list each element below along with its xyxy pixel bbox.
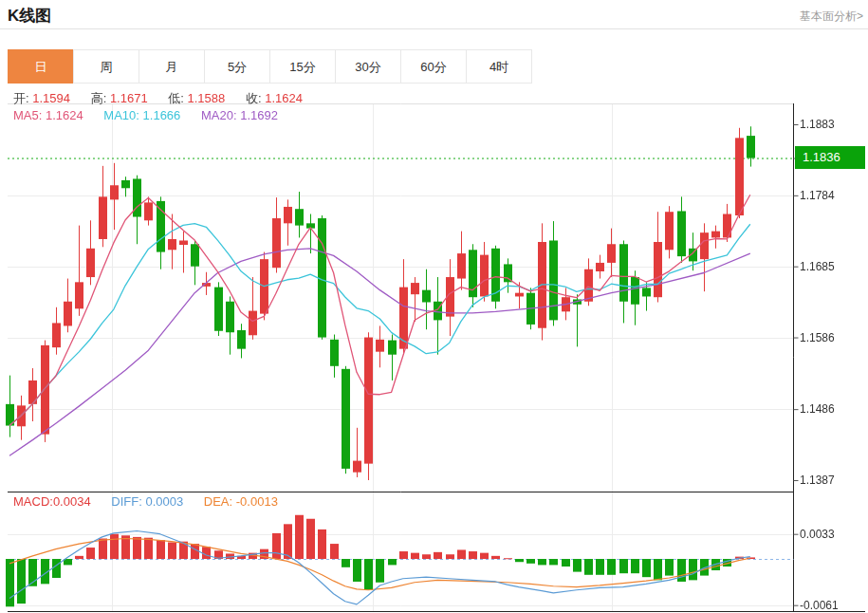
tab-month[interactable]: 月 bbox=[139, 49, 205, 84]
page-header: K线图 基本面分析> bbox=[0, 0, 868, 29]
dea-value: DEA: -0.0013 bbox=[204, 494, 278, 509]
high-value: 高: 1.1671 bbox=[91, 91, 148, 105]
ma-legend: MA5: 1.1624 MA10: 1.1666 MA20: 1.1692 bbox=[13, 108, 295, 122]
ma10-value: MA10: 1.1666 bbox=[103, 108, 180, 122]
tab-30min[interactable]: 30分 bbox=[335, 49, 401, 84]
tab-5min[interactable]: 5分 bbox=[204, 49, 270, 84]
macd-legend: MACD:0.0034 DIFF: 0.0003 DEA: -0.0013 bbox=[13, 494, 295, 509]
macd-value: MACD:0.0034 bbox=[13, 494, 91, 509]
tab-week[interactable]: 周 bbox=[73, 49, 139, 84]
ma5-value: MA5: 1.1624 bbox=[13, 108, 83, 122]
tab-60min[interactable]: 60分 bbox=[400, 49, 467, 84]
close-value: 收: 1.1624 bbox=[246, 91, 303, 105]
current-price-tag: 1.1836 bbox=[795, 146, 865, 169]
open-value: 开: 1.1594 bbox=[13, 91, 70, 105]
page: K线图 基本面分析> 日 周 月 5分 15分 30分 60分 4时 开: 1.… bbox=[0, 0, 868, 613]
tab-15min[interactable]: 15分 bbox=[269, 49, 336, 84]
fundamental-analysis-link[interactable]: 基本面分析> bbox=[800, 9, 863, 25]
ma20-value: MA20: 1.1692 bbox=[201, 108, 278, 122]
ohlc-legend: 开: 1.1594 高: 1.1671 低: 1.1588 收: 1.1624 bbox=[13, 90, 320, 107]
low-value: 低: 1.1588 bbox=[168, 91, 225, 105]
kline-chart-canvas[interactable] bbox=[0, 87, 868, 613]
period-tabs: 日 周 月 5分 15分 30分 60分 4时 bbox=[8, 49, 532, 84]
tab-4hour[interactable]: 4时 bbox=[466, 49, 532, 84]
page-title: K线图 bbox=[8, 5, 51, 27]
diff-value: DIFF: 0.0003 bbox=[111, 494, 183, 509]
chart-area: 开: 1.1594 高: 1.1671 低: 1.1588 收: 1.1624 … bbox=[0, 87, 868, 613]
tab-day[interactable]: 日 bbox=[8, 49, 74, 84]
